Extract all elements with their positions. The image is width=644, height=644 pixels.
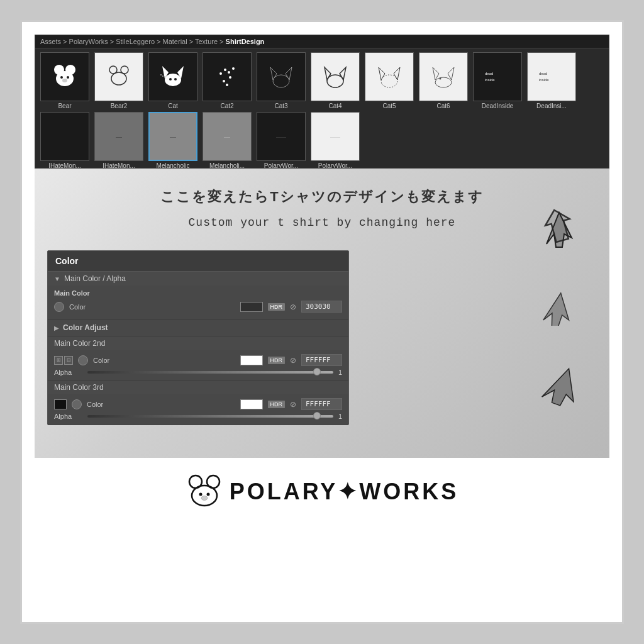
asset-label-melancholic1: Melancholic xyxy=(148,162,197,168)
svg-point-4 xyxy=(67,76,69,79)
preview-area: ここを変えたらTシャツのデザインも変えます Custom your t shir… xyxy=(35,169,609,458)
svg-point-11 xyxy=(165,74,181,86)
alpha-value-3rd: 1 xyxy=(338,413,342,420)
asset-item-cat5[interactable]: Cat5 xyxy=(364,52,415,109)
main-color-row: Color HDR ⊘ 303030 xyxy=(54,301,342,313)
main-color-swatch[interactable] xyxy=(240,302,263,312)
svg-point-12 xyxy=(169,78,172,80)
asset-label-polarywor2: PolaryWor... xyxy=(311,162,360,168)
svg-text:inside: inside xyxy=(539,78,549,82)
main-color-2nd-swatch[interactable] xyxy=(240,355,263,365)
color-adjust-triangle: ▶ xyxy=(54,325,59,331)
color-label: Color xyxy=(69,303,235,311)
asset-thumb-melancholic1: — xyxy=(148,112,197,161)
asset-label-cat4: Cat4 xyxy=(311,103,360,109)
svg-point-46 xyxy=(201,496,208,501)
branding: POLARY✦WORKS xyxy=(35,458,609,517)
svg-point-14 xyxy=(160,74,162,75)
asset-item-ihatemon2[interactable]: — IHateMon... xyxy=(93,112,145,168)
asset-item-ihatemon1[interactable]: IHateMon... xyxy=(39,112,91,168)
svg-marker-33 xyxy=(433,67,439,80)
svg-point-22 xyxy=(223,80,225,82)
arrow-deco-2 xyxy=(540,288,578,326)
asset-thumb-cat6 xyxy=(419,52,468,101)
asset-item-cat4[interactable]: Cat4 xyxy=(309,52,361,109)
svg-point-36 xyxy=(440,78,441,80)
hdr-button-main[interactable]: HDR xyxy=(268,303,286,311)
main-color-3rd-swatch[interactable] xyxy=(240,399,263,409)
eyedropper-3rd[interactable]: ⊘ xyxy=(290,400,296,409)
asset-item-cat[interactable]: Cat xyxy=(147,52,199,109)
alpha-slider-2nd[interactable] xyxy=(87,371,333,374)
asset-item-cat6[interactable]: Cat6 xyxy=(418,52,469,109)
asset-item-bear[interactable]: Bear xyxy=(39,52,91,109)
main-color-alpha-header[interactable]: ▼ Main Color / Alpha xyxy=(48,272,348,286)
asset-browser: Assets > PolaryWorks > StileLeggero > Ma… xyxy=(35,35,609,169)
asset-item-cat2[interactable]: Cat2 xyxy=(201,52,253,109)
asset-thumb-melancholic2: — xyxy=(203,112,252,161)
alpha-label-2nd: Alpha xyxy=(54,369,82,376)
svg-point-23 xyxy=(226,84,228,86)
japanese-text: ここを変えたらTシャツのデザインも変えます xyxy=(160,187,483,206)
asset-label-melancholic2: Melancholi... xyxy=(203,162,252,168)
bear-logo-icon xyxy=(186,473,223,511)
hdr-button-2nd[interactable]: HDR xyxy=(268,357,286,364)
breadcrumb: Assets > PolaryWorks > StileLeggero > Ma… xyxy=(35,35,609,48)
main-color-value[interactable]: 303030 xyxy=(301,301,342,313)
brand-text: POLARY✦WORKS xyxy=(230,479,459,505)
alpha-slider-thumb-3rd xyxy=(313,412,321,419)
main-color-3rd-thumb[interactable] xyxy=(54,399,67,409)
svg-marker-34 xyxy=(448,67,454,80)
asset-label-cat3: Cat3 xyxy=(257,103,306,109)
arrow-deco-1 xyxy=(540,206,578,250)
asset-thumb-deadinside2: dead inside xyxy=(527,52,576,101)
main-color-3rd-value[interactable]: FFFFFF xyxy=(301,398,342,410)
alpha-value-2nd: 1 xyxy=(338,369,342,376)
svg-point-43 xyxy=(192,486,217,506)
asset-item-deadinside2[interactable]: dead inside DeadInsi... xyxy=(526,52,577,109)
color-refresh-icon xyxy=(54,302,64,312)
main-color-3rd-row: Color HDR ⊘ FFFFFF xyxy=(54,398,342,410)
color-panel: Color ▼ Main Color / Alpha Main Color Co… xyxy=(47,250,349,425)
main-color-2nd-row: ⊞ ⊟ Color HDR ⊘ FFFFFF xyxy=(54,354,342,366)
alpha-label-3rd: Alpha xyxy=(54,413,82,420)
asset-item-polarywor2[interactable]: —— PolaryWor... xyxy=(309,112,361,168)
asset-item-bear2[interactable]: Bear2 xyxy=(93,52,145,109)
asset-label-cat5: Cat5 xyxy=(365,103,414,109)
asset-item-cat3[interactable]: Cat3 xyxy=(255,52,307,109)
decorative-arrows xyxy=(540,206,591,408)
svg-point-21 xyxy=(229,76,231,79)
eyedropper-main[interactable]: ⊘ xyxy=(290,303,296,311)
svg-point-15 xyxy=(162,75,164,77)
color-adjust-row[interactable]: ▶ Color Adjust xyxy=(48,319,348,336)
svg-point-35 xyxy=(435,77,452,87)
main-color-label: Main Color xyxy=(54,289,342,297)
asset-label-ihatemon1: IHateMon... xyxy=(40,162,89,168)
english-text: Custom your t shirt by changing here xyxy=(189,216,456,229)
alpha-slider-thumb-2nd xyxy=(313,368,321,375)
alpha-row-3rd: Alpha 1 xyxy=(54,413,342,420)
main-color-2nd-value[interactable]: FFFFFF xyxy=(301,354,342,366)
main-color-body: Main Color Color HDR ⊘ 303030 xyxy=(48,286,348,319)
main-color-3rd-header: Main Color 3rd xyxy=(48,380,348,394)
asset-item-deadinside[interactable]: dead inside DeadInside xyxy=(472,52,523,109)
svg-point-44 xyxy=(199,493,202,496)
collapse-triangle: ▼ xyxy=(54,275,60,282)
alpha-slider-3rd[interactable] xyxy=(87,415,333,418)
asset-item-melancholic1[interactable]: — Melancholic xyxy=(147,112,199,168)
hdr-button-3rd[interactable]: HDR xyxy=(268,401,286,408)
svg-point-26 xyxy=(273,75,289,87)
asset-item-polarywor1[interactable]: —— PolaryWor... xyxy=(255,112,307,168)
alpha-row-2nd: Alpha 1 xyxy=(54,369,342,376)
asset-thumb-ihatemon2: — xyxy=(94,112,143,161)
svg-point-17 xyxy=(219,72,222,75)
svg-marker-31 xyxy=(394,67,400,80)
svg-point-20 xyxy=(232,67,235,70)
asset-label-cat6: Cat6 xyxy=(419,103,468,109)
svg-text:dead: dead xyxy=(485,72,493,75)
asset-label-cat: Cat xyxy=(148,103,197,109)
color-refresh-icon-3rd xyxy=(72,399,82,409)
asset-item-melancholic2[interactable]: — Melancholi... xyxy=(201,112,253,168)
eyedropper-2nd[interactable]: ⊘ xyxy=(290,356,296,365)
color-refresh-icon-2nd xyxy=(78,355,88,365)
